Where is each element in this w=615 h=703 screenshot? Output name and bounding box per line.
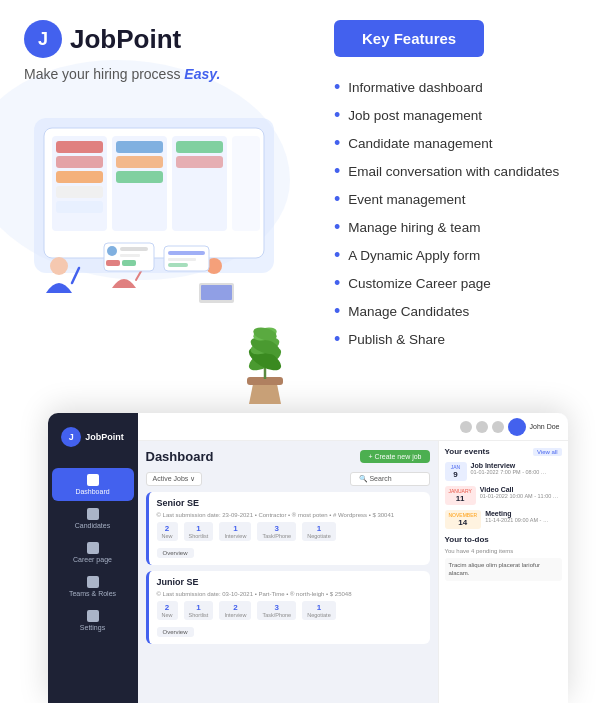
svg-rect-27 [106, 260, 120, 266]
svg-rect-3 [56, 141, 103, 153]
stat-negotiate-1: 1 Negotiate [302, 522, 336, 541]
stat-num-4: 3 [275, 524, 279, 533]
dashboard-nav-icon [87, 474, 99, 486]
db-nav-candidates[interactable]: Candidates [52, 502, 134, 535]
settings-nav-icon [87, 610, 99, 622]
stat-num-5: 1 [317, 524, 321, 533]
svg-rect-9 [116, 141, 163, 153]
stat-label-j2-2: Shortlist [189, 612, 209, 618]
candidates-nav-icon [87, 508, 99, 520]
job-stats-1: 2 New 1 Shortlist 1 Interview [157, 522, 422, 541]
job-meta-1: © Last submission date: 23-09-2021 • Con… [157, 512, 422, 518]
event-time-1: 01-01-2022 7:00 PM - 08:00 … [471, 469, 562, 475]
stat-label-1: New [162, 533, 173, 539]
job-card-2-header: Junior SE [157, 577, 422, 587]
db-filter-row: Active Jobs ∨ 🔍 Search [146, 472, 430, 486]
event-name-1: Job Interview [471, 462, 562, 469]
job-stats-2: 2 New 1 Shortlist 2 Interview [157, 601, 422, 620]
feature-item-9: Manage Candidates [334, 297, 591, 325]
svg-rect-4 [56, 156, 103, 168]
db-main-area: John Doe Dashboard + Create new job Acti… [138, 413, 568, 703]
stat-label-j2-4: Task/Phone [262, 612, 291, 618]
stat-label-3: Interview [224, 533, 246, 539]
event-date-2: January 11 [445, 486, 476, 505]
db-nav-dashboard[interactable]: Dashboard [52, 468, 134, 501]
db-nav-settings[interactable]: Settings [52, 604, 134, 637]
tagline: Make your hiring process Easy. [24, 66, 314, 82]
left-panel: J JobPoint Make your hiring process Easy… [24, 20, 314, 318]
svg-rect-22 [201, 285, 232, 300]
db-nav-label-3: Career page [73, 556, 112, 563]
right-panel: Key Features Informative dashboard Job p… [314, 20, 591, 353]
svg-rect-15 [232, 136, 260, 231]
event-day-1: 9 [449, 470, 463, 479]
db-events-header: Your events View all [445, 447, 562, 456]
topbar-icon-1 [460, 421, 472, 433]
tagline-text: Make your hiring process [24, 66, 184, 82]
db-logo: J JobPoint [57, 421, 128, 453]
event-item-1: Jan 9 Job Interview 01-01-2022 7:00 PM -… [445, 462, 562, 481]
key-features-button[interactable]: Key Features [334, 20, 484, 57]
svg-rect-10 [116, 156, 163, 168]
svg-point-16 [50, 257, 68, 275]
feature-item-2: Job post management [334, 101, 591, 129]
stat-interview-2: 2 Interview [219, 601, 251, 620]
job-title-1: Senior SE [157, 498, 200, 508]
event-day-3: 14 [449, 518, 478, 527]
db-nav-teams[interactable]: Teams & Roles [52, 570, 134, 603]
features-list: Informative dashboard Job post managemen… [334, 73, 591, 353]
db-center-content: Dashboard + Create new job Active Jobs ∨… [138, 441, 438, 703]
db-nav-label-2: Candidates [75, 522, 110, 529]
db-topbar: John Doe [138, 413, 568, 441]
dashboard-sidebar: J JobPoint Dashboard Candidates Career p… [48, 413, 138, 703]
svg-rect-5 [56, 171, 103, 183]
event-name-2: Video Call [480, 486, 562, 493]
job-filter-select[interactable]: Active Jobs ∨ [146, 472, 203, 486]
stat-taskphone-2: 3 Task/Phone [257, 601, 296, 620]
svg-rect-14 [176, 156, 223, 168]
user-avatar[interactable] [508, 418, 526, 436]
event-day-2: 11 [449, 494, 472, 503]
stat-num-1: 2 [165, 524, 169, 533]
stat-new-1: 2 New [157, 522, 178, 541]
svg-rect-30 [168, 251, 205, 255]
stat-label-2: Shortlist [189, 533, 209, 539]
stat-num-j2-1: 2 [165, 603, 169, 612]
stat-label-j2-3: Interview [224, 612, 246, 618]
stat-label-4: Task/Phone [262, 533, 291, 539]
todo-text: Tracim alique olim placerat lariofur ala… [445, 558, 562, 581]
stat-interview-1: 1 Interview [219, 522, 251, 541]
svg-rect-25 [120, 247, 148, 251]
events-title: Your events [445, 447, 490, 456]
svg-rect-32 [168, 263, 188, 267]
svg-rect-28 [122, 260, 136, 266]
db-content: Dashboard + Create new job Active Jobs ∨… [138, 441, 568, 703]
svg-rect-26 [120, 254, 140, 257]
db-nav-career[interactable]: Career page [52, 536, 134, 569]
db-nav-label-5: Settings [80, 624, 105, 631]
db-nav-label-1: Dashboard [75, 488, 109, 495]
svg-rect-31 [168, 258, 196, 261]
event-info-1: Job Interview 01-01-2022 7:00 PM - 08:00… [471, 462, 562, 475]
overview-btn-1[interactable]: Overview [157, 548, 194, 558]
feature-item-4: Email conversation with candidates [334, 157, 591, 185]
stat-label-j2-1: New [162, 612, 173, 618]
view-all-events[interactable]: View all [533, 448, 562, 456]
create-job-button[interactable]: + Create new job [360, 450, 429, 463]
feature-item-5: Event management [334, 185, 591, 213]
svg-point-24 [107, 246, 117, 256]
feature-item-8: Customize Career page [334, 269, 591, 297]
overview-btn-2[interactable]: Overview [157, 627, 194, 637]
illustration-area [24, 98, 294, 318]
job-search-input[interactable]: 🔍 Search [350, 472, 430, 486]
todos-info: You have 4 pending items [445, 548, 562, 554]
stat-negotiate-2: 1 Negotiate [302, 601, 336, 620]
todos-title: Your to-dos [445, 535, 562, 544]
stat-label-j2-5: Negotiate [307, 612, 331, 618]
feature-item-6: Manage hiring & team [334, 213, 591, 241]
stat-shortlist-1: 1 Shortlist [184, 522, 214, 541]
feature-item-10: Publish & Share [334, 325, 591, 353]
user-name: John Doe [530, 423, 560, 430]
db-nav-label-4: Teams & Roles [69, 590, 116, 597]
logo-area: J JobPoint [24, 20, 314, 58]
